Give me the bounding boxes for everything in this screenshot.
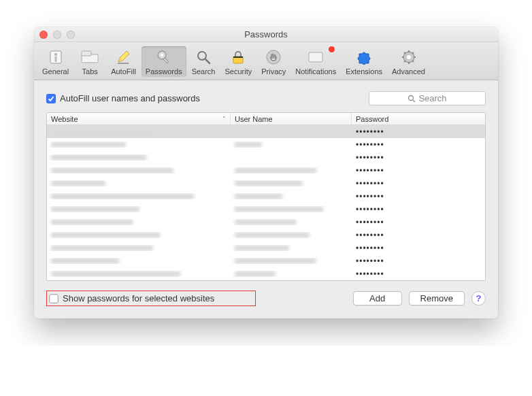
highlight-annotation: Show passwords for selected websites bbox=[46, 291, 256, 306]
tab-general[interactable]: General bbox=[38, 46, 73, 77]
svg-point-9 bbox=[161, 54, 163, 56]
table-row[interactable]: •••••••• bbox=[47, 125, 485, 138]
magnifier-icon bbox=[194, 48, 213, 67]
table-row[interactable]: •••••••• bbox=[47, 267, 485, 280]
gear-icon bbox=[399, 48, 418, 67]
table-row[interactable]: •••••••• bbox=[47, 242, 485, 254]
svg-line-12 bbox=[205, 59, 210, 63]
cell-website bbox=[47, 129, 231, 135]
cell-password: •••••••• bbox=[352, 153, 485, 163]
cell-password: •••••••• bbox=[352, 179, 485, 188]
cell-website bbox=[47, 258, 231, 264]
cell-username bbox=[231, 271, 352, 277]
notification-badge-icon bbox=[329, 46, 335, 52]
cell-username bbox=[231, 232, 352, 238]
key-icon bbox=[154, 48, 173, 67]
cell-username bbox=[231, 245, 352, 251]
table-row[interactable]: •••••••• bbox=[47, 203, 485, 216]
table-row[interactable]: •••••••• bbox=[47, 216, 485, 229]
cell-password: •••••••• bbox=[352, 269, 485, 279]
content-area: AutoFill user names and passwords Search… bbox=[34, 80, 498, 318]
window-title: Passwords bbox=[34, 29, 498, 39]
remove-button[interactable]: Remove bbox=[409, 291, 465, 306]
search-icon bbox=[408, 95, 416, 103]
cell-password: •••••••• bbox=[352, 140, 485, 150]
show-passwords-checkbox-row[interactable]: Show passwords for selected websites bbox=[49, 293, 214, 303]
tab-advanced[interactable]: Advanced bbox=[388, 46, 429, 77]
table-row[interactable]: •••••••• bbox=[47, 177, 485, 190]
cell-username bbox=[231, 142, 352, 148]
table-row[interactable]: •••••••• bbox=[47, 190, 485, 203]
tab-notifications[interactable]: Notifications bbox=[291, 46, 340, 77]
autofill-checkbox-label: AutoFill user names and passwords bbox=[60, 93, 200, 103]
help-button[interactable]: ? bbox=[471, 291, 486, 306]
cell-username bbox=[231, 180, 352, 186]
cell-password: •••••••• bbox=[352, 166, 485, 176]
table-row[interactable]: •••••••• bbox=[47, 151, 485, 164]
cell-username bbox=[231, 258, 352, 264]
autofill-checkbox-row[interactable]: AutoFill user names and passwords bbox=[46, 93, 200, 103]
column-username[interactable]: User Name bbox=[231, 113, 352, 125]
svg-point-27 bbox=[409, 95, 414, 100]
cell-website bbox=[47, 193, 231, 199]
cell-website bbox=[47, 245, 231, 251]
svg-rect-4 bbox=[82, 51, 91, 56]
cell-website bbox=[47, 271, 231, 277]
tab-privacy[interactable]: Privacy bbox=[257, 46, 290, 77]
cell-username bbox=[231, 219, 352, 225]
tab-security[interactable]: Security bbox=[220, 46, 256, 77]
cell-website bbox=[47, 180, 231, 186]
svg-rect-2 bbox=[54, 56, 56, 62]
cell-username bbox=[231, 193, 352, 199]
table-row[interactable]: •••••••• bbox=[47, 254, 485, 267]
svg-line-25 bbox=[412, 52, 414, 54]
preferences-toolbar: General Tabs AutoFill Passwords Search bbox=[34, 42, 498, 80]
cell-website bbox=[47, 142, 231, 148]
cell-password: •••••••• bbox=[352, 205, 485, 214]
pencil-icon bbox=[114, 48, 133, 67]
column-password[interactable]: Password bbox=[352, 113, 485, 125]
hand-icon bbox=[264, 48, 283, 67]
svg-rect-16 bbox=[309, 52, 322, 62]
switch-icon bbox=[46, 48, 65, 67]
cell-website bbox=[47, 167, 231, 174]
cell-password: •••••••• bbox=[352, 192, 485, 201]
svg-point-18 bbox=[407, 55, 411, 59]
cell-password: •••••••• bbox=[352, 127, 485, 137]
notification-icon bbox=[306, 48, 325, 67]
svg-point-1 bbox=[54, 53, 57, 56]
table-row[interactable]: •••••••• bbox=[47, 229, 485, 242]
cell-website bbox=[47, 206, 231, 212]
table-header: Website ˄ User Name Password bbox=[47, 113, 485, 125]
tab-autofill[interactable]: AutoFill bbox=[107, 46, 140, 77]
table-row[interactable]: •••••••• bbox=[47, 138, 485, 151]
show-passwords-label: Show passwords for selected websites bbox=[63, 293, 214, 303]
svg-rect-14 bbox=[233, 56, 243, 58]
search-input[interactable]: Search bbox=[369, 91, 486, 105]
tab-extensions[interactable]: Extensions bbox=[342, 46, 386, 77]
table-body: ••••••••••••••••••••••••••••••••••••••••… bbox=[47, 125, 485, 280]
svg-line-28 bbox=[413, 100, 415, 102]
cell-username bbox=[231, 167, 352, 174]
titlebar: Passwords bbox=[34, 27, 498, 42]
sort-asc-icon: ˄ bbox=[222, 116, 226, 122]
svg-line-23 bbox=[404, 52, 405, 54]
tab-search[interactable]: Search bbox=[188, 46, 220, 77]
cell-password: •••••••• bbox=[352, 218, 485, 227]
svg-line-26 bbox=[404, 61, 405, 62]
tabs-icon bbox=[80, 48, 99, 67]
add-button[interactable]: Add bbox=[353, 291, 402, 306]
cell-website bbox=[47, 154, 231, 161]
search-placeholder: Search bbox=[418, 93, 446, 103]
cell-username bbox=[231, 206, 352, 212]
preferences-window: Passwords General Tabs AutoFill Password… bbox=[34, 27, 498, 318]
column-website[interactable]: Website ˄ bbox=[47, 113, 231, 125]
cell-password: •••••••• bbox=[352, 231, 485, 240]
table-row[interactable]: •••••••• bbox=[47, 164, 485, 177]
padlock-icon bbox=[229, 48, 248, 67]
cell-website bbox=[47, 232, 231, 238]
svg-rect-10 bbox=[163, 58, 169, 63]
puzzle-icon bbox=[354, 48, 373, 67]
tab-passwords[interactable]: Passwords bbox=[142, 46, 186, 77]
tab-tabs[interactable]: Tabs bbox=[74, 46, 105, 77]
